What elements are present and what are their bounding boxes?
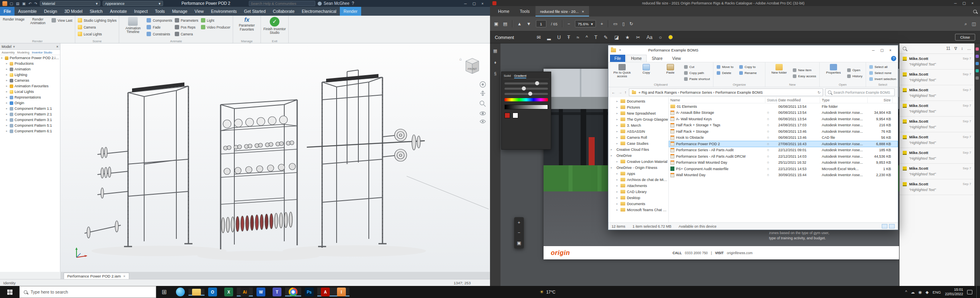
animate-button[interactable]: Pos Reps [175, 24, 198, 31]
expand-icon[interactable]: ▸ [6, 90, 8, 93]
navigation-bar[interactable] [479, 80, 487, 125]
signed-in-user[interactable]: Sean McGhee [318, 1, 349, 6]
stamp-icon[interactable]: ★ [625, 35, 630, 40]
shapes-icon[interactable]: ○ [659, 35, 662, 40]
annotation-color-swatch[interactable] [668, 35, 673, 39]
zoom-out-icon[interactable]: − [567, 21, 570, 26]
color-slider[interactable] [504, 88, 548, 90]
strikethrough-icon[interactable]: Ŧ [567, 35, 570, 40]
scene-button[interactable]: Camera [78, 24, 117, 31]
zoom-in-icon[interactable]: + [601, 21, 603, 26]
expand-icon[interactable]: ▸ [616, 136, 619, 139]
expand-icon[interactable]: ▸ [6, 84, 8, 88]
taskbar-app[interactable]: T [269, 288, 285, 296]
action-center-icon[interactable] [967, 290, 972, 294]
organize-button[interactable]: Move to [717, 64, 739, 70]
search-comments-icon[interactable] [903, 47, 906, 50]
file-row[interactable]: 01 Elements 06/08/2021 13:54 File folder [669, 103, 898, 110]
search-icon[interactable] [973, 10, 977, 13]
ribbon-tab[interactable]: Get Started [240, 7, 269, 16]
tab-home[interactable]: Home [493, 6, 514, 16]
expand-icon[interactable]: ▸ [6, 124, 8, 127]
material-dropdown[interactable]: Material▾ [40, 1, 100, 6]
view-last-button[interactable]: View Last [52, 17, 72, 24]
nav-item[interactable]: ▸ Attachments [608, 183, 668, 189]
nav-item[interactable]: ▸ CAD Library [608, 189, 668, 195]
sort-comments-icon[interactable]: ↕ [961, 46, 963, 51]
pin-to-quick-access-button[interactable]: Pin to Quick access [612, 64, 633, 82]
ribbon-tab[interactable]: File [0, 7, 14, 16]
next-page-icon[interactable]: ▼ [527, 21, 531, 26]
new-file-icon[interactable]: ▢ [10, 2, 13, 6]
hue-bar[interactable] [504, 98, 548, 101]
up-button[interactable]: ↑ [624, 90, 626, 95]
expand-icon[interactable]: ▸ [6, 96, 8, 99]
file-row[interactable]: Performance Power POD 2 ○ 27/08/2021 16:… [669, 141, 898, 147]
expand-icon[interactable]: ▸ [6, 113, 8, 116]
expand-icon[interactable]: ▸ [6, 79, 8, 82]
organize-button[interactable]: Rename [739, 70, 762, 76]
expand-icon[interactable]: ▸ [616, 100, 619, 103]
browser-tree-item[interactable]: ▸ Component Pattern 3:1 [0, 117, 60, 123]
paste-button[interactable]: Paste [660, 64, 681, 82]
nav-item[interactable]: ▸ Apps [608, 171, 668, 177]
file-row[interactable]: Hook to Obstacle ○ 06/08/2021 13:46 CAD … [669, 135, 898, 141]
browser-tree-item[interactable]: ▸ Component Pattern 1:1 [0, 106, 60, 111]
close-tab-icon[interactable]: × [582, 9, 584, 14]
animate-button[interactable]: Constraints [147, 31, 172, 37]
nav-item[interactable]: ▸ 3. Merch [608, 122, 668, 128]
details-view-button[interactable] [882, 224, 887, 228]
tab-view[interactable]: View [668, 55, 686, 62]
clipboard-small-button[interactable]: Copy path [684, 70, 710, 76]
color-slider[interactable] [504, 93, 548, 95]
ribbon-tab[interactable]: Annotate [106, 7, 130, 16]
nav-item[interactable]: ▸ The Gym Group Glasgow [608, 116, 668, 122]
ribbon-tab[interactable]: 3D Model [61, 7, 86, 16]
page-number-input[interactable] [536, 20, 546, 27]
scene-button[interactable]: Local Lights [78, 31, 117, 37]
comment-card[interactable]: Mike.Scott Sep 7 “Highlighted Text” [899, 132, 974, 148]
zoom-level-dropdown[interactable]: 75.6%▾ [575, 20, 596, 27]
insert-text-icon[interactable]: ^ [586, 35, 588, 40]
view-cube[interactable]: ⌂ FRONT [459, 55, 481, 76]
back-button[interactable]: ← [612, 90, 616, 95]
select-button[interactable]: Select none [869, 70, 896, 76]
clipboard-small-button[interactable]: Paste shortcut [684, 76, 710, 82]
minimize-button[interactable]: ─ [464, 2, 467, 6]
tab-share[interactable]: Share [647, 55, 667, 62]
comment-card[interactable]: Mike.Scott Sep 7 “Highlighted Text” [899, 70, 974, 85]
help-icon[interactable]: ? [352, 1, 354, 6]
underline-icon[interactable]: U [557, 35, 561, 40]
expand-icon[interactable]: ▸ [616, 202, 619, 206]
nav-item[interactable]: ▸ OneDrive - Origin Fitness [608, 164, 668, 171]
nav-item[interactable]: ▸ Creative Cloud Files [608, 146, 668, 152]
fill-sign-tool-icon[interactable] [976, 47, 979, 51]
print-icon[interactable]: ▤ [503, 21, 507, 27]
file-row[interactable]: A- Assault Bike Storage ○ 06/08/2021 13:… [669, 110, 898, 116]
side-panel-icon[interactable]: ◫ [972, 21, 976, 27]
taskbar-app[interactable] [188, 289, 205, 296]
browser-tree-item[interactable]: ▸ Component Pattern 2:1 [0, 111, 60, 117]
nav-item[interactable]: ▸ Archivos de chat de Microsoft Te [608, 177, 668, 183]
maximize-button[interactable]: ▢ [880, 48, 884, 52]
ribbon-tab[interactable]: Render [340, 7, 361, 16]
expand-icon[interactable]: ▸ [6, 73, 8, 76]
taskbar-app[interactable]: W [253, 288, 269, 296]
find-icon[interactable]: ⌕ [964, 21, 967, 27]
export-pdf-tool-icon[interactable] [976, 62, 979, 65]
ribbon-button[interactable]: Render Image [2, 17, 25, 38]
file-row[interactable]: Performance Series - All Parts Audit ○ 2… [669, 147, 898, 154]
appearance-dropdown[interactable]: Appearance▾ [103, 1, 163, 6]
select-button[interactable]: Select all [869, 64, 896, 70]
attachments-icon[interactable]: § [494, 71, 496, 76]
start-button[interactable] [0, 286, 19, 298]
ribbon-tab[interactable]: Tools [151, 7, 169, 16]
scene-button[interactable]: Studio Lighting Styles [78, 17, 117, 24]
expand-icon[interactable]: ▸ [616, 196, 619, 199]
clock[interactable]: 15:01 22/01/2022 [945, 288, 963, 297]
undo-icon[interactable]: ↶ [29, 2, 32, 6]
ribbon-tab[interactable]: Assemble [14, 7, 40, 16]
maximize-button[interactable]: ▢ [962, 1, 966, 5]
inventor-app-icon[interactable] [2, 1, 7, 6]
tab-inventor-studio[interactable]: Inventor Studio [32, 51, 52, 54]
